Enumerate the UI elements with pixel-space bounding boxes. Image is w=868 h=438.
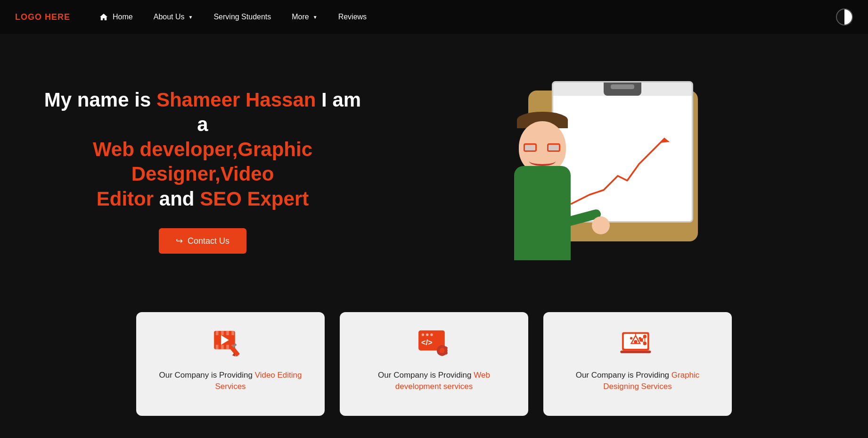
svg-text:</>: </> <box>421 338 432 347</box>
char-body <box>514 166 571 260</box>
svg-rect-23 <box>441 353 443 355</box>
nav-item-more[interactable]: More ▼ <box>281 0 328 34</box>
char-hand <box>592 216 610 234</box>
logo[interactable]: LOGO HERE <box>15 12 70 22</box>
graphic-design-icon <box>619 327 656 360</box>
svg-point-16 <box>426 333 428 336</box>
cartoon-character <box>500 100 604 260</box>
contact-us-button[interactable]: ↪ Contact Us <box>159 228 246 254</box>
about-dropdown-arrow: ▼ <box>188 15 193 20</box>
svg-rect-5 <box>231 331 234 335</box>
svg-rect-7 <box>221 345 224 349</box>
svg-rect-25 <box>445 349 447 352</box>
web-icon-svg: </> <box>417 329 452 359</box>
graphic-icon-svg <box>620 329 655 359</box>
svg-rect-37 <box>620 350 651 353</box>
char-smile <box>529 157 556 166</box>
svg-point-17 <box>430 333 433 336</box>
web-dev-icon: </> <box>415 327 453 360</box>
hero-and: and <box>154 188 200 210</box>
nav-item-about[interactable]: About Us ▼ <box>143 0 204 34</box>
hero-seo: SEO Expert <box>200 188 309 210</box>
services-section: Our Company is Providing Video Editing S… <box>0 298 868 438</box>
service-card-graphic: Our Company is Providing Graphic Designi… <box>543 312 732 416</box>
svg-rect-24 <box>437 349 439 352</box>
theme-toggle-button[interactable] <box>836 8 853 25</box>
clipboard-clip <box>604 83 641 96</box>
hero-btn-wrap: ↪ Contact Us <box>38 228 368 254</box>
more-dropdown-arrow: ▼ <box>313 15 318 20</box>
hero-editor: Editor <box>97 188 154 210</box>
service-card-video: Our Company is Providing Video Editing S… <box>136 312 325 416</box>
home-icon <box>99 13 108 21</box>
svg-rect-6 <box>215 345 218 349</box>
svg-point-33 <box>634 340 637 343</box>
hero-name: Shameer Hassan <box>156 89 316 111</box>
service-text-video: Our Company is Providing Video Editing S… <box>151 370 310 392</box>
video-editing-icon <box>212 327 249 360</box>
hero-image-area <box>368 72 830 270</box>
svg-point-15 <box>421 333 424 336</box>
service-text-web: Our Company is Providing Web development… <box>355 370 513 392</box>
svg-rect-22 <box>441 345 443 347</box>
char-glasses-right <box>547 143 560 152</box>
svg-rect-4 <box>226 331 229 335</box>
svg-point-21 <box>439 347 444 353</box>
nav-item-serving[interactable]: Serving Students <box>203 0 281 34</box>
nav-item-reviews[interactable]: Reviews <box>328 0 377 34</box>
svg-rect-8 <box>226 345 229 349</box>
hero-section: My name is Shameer Hassan I am a Web dev… <box>0 34 868 298</box>
hero-line2: Web developer,Graphic Designer,Video <box>93 138 312 185</box>
svg-point-34 <box>630 337 632 339</box>
video-icon-svg <box>213 329 248 359</box>
service-card-web: </> Our Company is Providing Web develop… <box>340 312 528 416</box>
hero-text-block: My name is Shameer Hassan I am a Web dev… <box>38 88 368 254</box>
service-text-graphic: Our Company is Providing Graphic Designi… <box>558 370 717 392</box>
nav-menu: Home About Us ▼ Serving Students More ▼ … <box>89 0 827 34</box>
contact-arrow-icon: ↪ <box>176 236 183 246</box>
navbar: LOGO HERE Home About Us ▼ Serving Studen… <box>0 0 868 34</box>
svg-rect-3 <box>221 331 224 335</box>
hero-illustration <box>500 81 698 260</box>
char-glasses-left <box>524 143 537 152</box>
svg-rect-2 <box>215 331 218 335</box>
hero-line1-white: My name is <box>44 89 156 111</box>
hero-heading: My name is Shameer Hassan I am a Web dev… <box>38 88 368 212</box>
nav-item-home[interactable]: Home <box>89 0 143 34</box>
